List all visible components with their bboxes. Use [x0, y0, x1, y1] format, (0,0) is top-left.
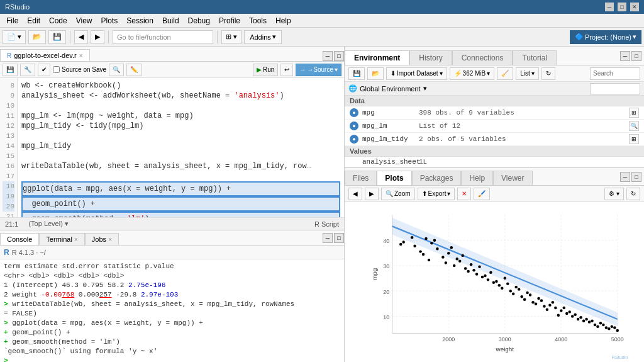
menu-file[interactable]: File	[3, 15, 22, 26]
import-dataset-btn[interactable]: ⬇ Import Dataset ▾	[386, 67, 447, 80]
tab-viewer[interactable]: Viewer	[493, 171, 532, 185]
tab-environment[interactable]: Environment	[345, 50, 409, 65]
maximize-button[interactable]: □	[618, 3, 626, 11]
editor-knit-btn[interactable]: 🔧	[20, 64, 35, 76]
window-controls[interactable]: ─ □ ✕	[605, 3, 639, 11]
menu-view[interactable]: View	[72, 15, 96, 26]
svg-point-50	[526, 291, 528, 294]
env-value-mpg-lm: List of 12	[419, 122, 629, 130]
tab-connections[interactable]: Connections	[452, 50, 513, 65]
tab-packages[interactable]: Packages	[412, 171, 462, 185]
rerun-button[interactable]: ↩	[280, 64, 293, 76]
main-layout: R ggplot-to-excel-dev.r × ─ □ 💾 🔧 ✔ Sour…	[0, 47, 644, 362]
back-button[interactable]: ◀	[74, 30, 88, 44]
menu-build[interactable]: Build	[158, 15, 183, 26]
svg-point-36	[487, 278, 489, 281]
env-broom-btn[interactable]: 🧹	[497, 67, 513, 80]
new-file-button[interactable]: 📄 ▾	[3, 30, 26, 44]
files-panel-controls[interactable]: ─ □	[620, 172, 641, 182]
env-save-btn[interactable]: 💾	[348, 67, 365, 80]
console-input[interactable]	[8, 358, 340, 363]
env-load-btn[interactable]: 📂	[367, 67, 384, 80]
addins-button[interactable]: Addins ▾	[244, 30, 282, 44]
env-memory-btn[interactable]: ⚡ 362 MiB ▾	[450, 67, 495, 80]
console-minimize-btn[interactable]: ─	[323, 233, 333, 243]
menu-plots[interactable]: Plots	[97, 15, 122, 26]
console-maximize-btn[interactable]: □	[334, 233, 344, 243]
menu-help[interactable]: Help	[272, 15, 295, 26]
editor-tab-active[interactable]: R ggplot-to-excel-dev.r ×	[0, 49, 90, 61]
export-btn[interactable]: ⬆ Export ▾	[418, 188, 455, 200]
open-file-button[interactable]: 📂	[28, 30, 46, 44]
console-content[interactable]: term estimate std.error statistic p.valu…	[0, 259, 344, 362]
svg-point-32	[475, 273, 478, 275]
console-panel-controls[interactable]: ─ □	[323, 233, 344, 243]
svg-point-23	[450, 246, 453, 249]
save-button[interactable]: 💾	[48, 30, 66, 44]
tab-jobs[interactable]: Jobs ×	[85, 233, 119, 245]
x-label-5000: 5000	[611, 336, 624, 342]
editor-panel-controls[interactable]: ─ □	[323, 51, 344, 61]
env-maximize-btn[interactable]: □	[631, 51, 641, 61]
env-minimize-btn[interactable]: ─	[620, 51, 630, 61]
menu-tools[interactable]: Tools	[245, 15, 270, 26]
env-filter-input[interactable]	[590, 83, 640, 94]
terminal-close[interactable]: ×	[74, 236, 78, 243]
env-panel-controls[interactable]: ─ □	[620, 51, 641, 61]
menu-profile[interactable]: Profile	[215, 15, 244, 26]
env-view-mpglmtidy-btn[interactable]: ⊞	[629, 134, 639, 144]
zoom-btn[interactable]: 🔍 Zoom	[381, 188, 415, 200]
tab-history[interactable]: History	[409, 50, 452, 65]
goto-file-box[interactable]: Go to file/function	[113, 30, 213, 44]
svg-point-60	[554, 307, 557, 309]
tab-console[interactable]: Console	[0, 233, 39, 245]
grid-button[interactable]: ⊞ ▾	[221, 30, 242, 44]
svg-point-81	[608, 327, 610, 330]
editor-maximize-btn[interactable]: □	[334, 51, 344, 61]
editor-area: R ggplot-to-excel-dev.r × ─ □ 💾 🔧 ✔ Sour…	[0, 47, 344, 230]
menu-debug[interactable]: Debug	[184, 15, 214, 26]
project-button[interactable]: 🔷 Project: (None) ▾	[570, 30, 641, 44]
editor-save-btn[interactable]: 💾	[3, 64, 18, 76]
editor-search-btn[interactable]: 🔍	[109, 64, 124, 76]
editor-magic-btn[interactable]: ✏️	[126, 64, 142, 76]
svg-point-30	[467, 270, 469, 273]
run-button[interactable]: ▶ Run	[253, 64, 278, 76]
tab-terminal[interactable]: Terminal ×	[39, 233, 84, 245]
minimize-button[interactable]: ─	[605, 3, 614, 11]
tab-tutorial[interactable]: Tutorial	[513, 50, 557, 65]
plot-next-btn[interactable]: ▶	[365, 188, 379, 200]
script-type: R Script	[314, 220, 339, 228]
close-button[interactable]: ✕	[630, 3, 639, 11]
svg-point-75	[591, 319, 593, 322]
plot-refresh-btn[interactable]: ↻	[626, 188, 640, 200]
forward-button[interactable]: ▶	[91, 30, 104, 44]
source-on-save-label[interactable]: Source on Save	[53, 66, 106, 73]
svg-point-10	[402, 240, 404, 243]
files-minimize-btn[interactable]: ─	[620, 172, 630, 182]
env-view-mpg-btn[interactable]: ⊞	[629, 108, 639, 118]
editor-tab-close[interactable]: ×	[79, 52, 83, 59]
plot-prev-btn[interactable]: ◀	[348, 188, 362, 200]
env-refresh-btn[interactable]: ↻	[541, 67, 555, 80]
plot-delete-btn[interactable]: ✕	[457, 188, 471, 200]
plot-settings-btn[interactable]: ⚙ ▾	[604, 188, 624, 200]
source-on-save-checkbox[interactable]	[53, 66, 60, 73]
editor-check-btn[interactable]: ✔	[38, 64, 50, 76]
menu-code[interactable]: Code	[45, 15, 71, 26]
tab-files[interactable]: Files	[345, 171, 377, 185]
env-view-mpglm-btn[interactable]: 🔍	[629, 121, 639, 131]
files-maximize-btn[interactable]: □	[631, 172, 641, 182]
code-editor[interactable]: wb <- createWorkbook() analysis_sheet <-…	[18, 78, 344, 217]
tab-help[interactable]: Help	[461, 171, 493, 185]
env-search-input[interactable]	[590, 67, 640, 80]
jobs-close[interactable]: ×	[108, 236, 112, 243]
menu-edit[interactable]: Edit	[23, 15, 44, 26]
tab-plots[interactable]: Plots	[377, 171, 411, 185]
env-value-mpg-lm-tidy: 2 obs. of 5 variables	[419, 135, 629, 143]
list-view-btn[interactable]: List ▾	[516, 67, 539, 80]
source-button[interactable]: → →Source ▾	[296, 64, 341, 76]
plot-brush-btn[interactable]: 🖌️	[474, 188, 490, 200]
editor-minimize-btn[interactable]: ─	[323, 51, 333, 61]
menu-session[interactable]: Session	[123, 15, 157, 26]
